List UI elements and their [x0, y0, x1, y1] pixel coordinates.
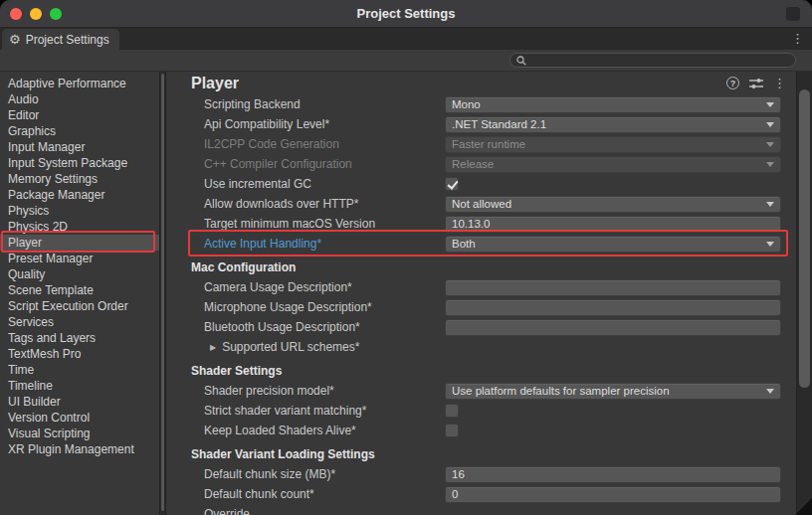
setting-row-il2cpp-code-generation: IL2CPP Code Generation Faster runtime [166, 134, 796, 154]
setting-label: Supported URL schemes* [222, 340, 463, 354]
scripting-backend-dropdown[interactable]: Mono [445, 96, 781, 113]
setting-label: Default chunk size (MB)* [204, 467, 445, 481]
setting-row-supported-url-schemes[interactable]: ▶ Supported URL schemes* [166, 337, 796, 357]
sidebar-scrollbar-thumb[interactable] [161, 74, 164, 511]
keep-loaded-shaders-alive-checkbox[interactable] [445, 424, 459, 437]
sidebar-item-package-manager[interactable]: Package Manager [0, 187, 159, 203]
active-input-handling-dropdown[interactable]: Both [445, 236, 781, 253]
setting-row-api-compatibility: Api Compatibility Level* .NET Standard 2… [166, 114, 796, 134]
sidebar-item-quality[interactable]: Quality [0, 266, 159, 282]
sidebar-item-editor[interactable]: Editor [0, 107, 159, 123]
sidebar-item-preset-manager[interactable]: Preset Manager [0, 251, 159, 266]
min-macos-version-field[interactable] [445, 216, 781, 233]
setting-label: Default chunk count* [204, 487, 445, 501]
setting-row-cpp-compiler-configuration: C++ Compiler Configuration Release [166, 154, 796, 174]
strict-shader-variant-matching-checkbox[interactable] [445, 404, 459, 418]
setting-label: Active Input Handling* [204, 237, 445, 251]
resize-grip[interactable] [795, 498, 812, 515]
close-window-button[interactable] [10, 8, 22, 20]
sidebar-item-input-system-package[interactable]: Input System Package [0, 155, 159, 171]
sidebar-item-physics[interactable]: Physics [0, 203, 159, 219]
setting-row-bluetooth-usage: Bluetooth Usage Description* [166, 317, 796, 337]
setting-row-keep-loaded-shaders-alive: Keep Loaded Shaders Alive* [166, 421, 796, 440]
setting-row-scripting-backend: Scripting Backend Mono [166, 94, 796, 114]
player-settings-panel: Player ? ⋮ Scripting Backend M [166, 72, 796, 515]
sidebar-item-visual-scripting[interactable]: Visual Scripting [0, 426, 159, 441]
sidebar-item-script-execution-order[interactable]: Script Execution Order [0, 298, 159, 314]
window-title: Project Settings [0, 6, 812, 21]
use-incremental-gc-checkbox[interactable] [445, 177, 459, 191]
sidebar-item-physics-2d[interactable]: Physics 2D [0, 219, 159, 235]
setting-label: Target minimum macOS Version [204, 217, 445, 231]
tabbar-menu-icon[interactable]: ⋮ [791, 32, 804, 45]
sidebar-item-graphics[interactable]: Graphics [0, 123, 159, 139]
allow-http-dropdown[interactable]: Not allowed [445, 196, 781, 213]
chevron-down-icon [766, 162, 774, 167]
panel-menu-icon[interactable]: ⋮ [773, 77, 786, 89]
sidebar-item-player[interactable]: Player [0, 235, 159, 251]
setting-row-default-chunk-count: Default chunk count* [166, 484, 796, 504]
section-header-mac-configuration: Mac Configuration [166, 258, 796, 277]
sidebar-item-tags-and-layers[interactable]: Tags and Layers [0, 330, 159, 346]
setting-label: Bluetooth Usage Description* [204, 320, 445, 334]
chevron-down-icon [766, 142, 774, 147]
sidebar-splitter[interactable] [159, 72, 166, 515]
settings-rows: Scripting Backend Mono Api Compatibility… [166, 94, 796, 515]
panel-header: Player ? ⋮ [166, 72, 796, 94]
setting-row-override: Override [166, 504, 796, 515]
setting-label: Override [204, 507, 445, 515]
default-chunk-count-field[interactable] [445, 486, 781, 503]
gear-icon: ⚙ [9, 33, 21, 46]
sidebar-item-memory-settings[interactable]: Memory Settings [0, 171, 159, 187]
setting-label: Use incremental GC [204, 177, 445, 191]
main-scrollbar-thumb[interactable] [799, 89, 810, 388]
setting-row-strict-shader-variant-matching: Strict shader variant matching* [166, 401, 796, 421]
search-box[interactable] [509, 53, 796, 68]
tab-label: Project Settings [26, 33, 109, 47]
preset-icon[interactable] [749, 78, 763, 89]
bluetooth-usage-field[interactable] [445, 319, 781, 336]
setting-label: Allow downloads over HTTP* [204, 197, 445, 211]
section-header-shader-variant-loading: Shader Variant Loading Settings [166, 445, 796, 464]
search-toolbar [0, 50, 812, 72]
il2cpp-code-generation-dropdown: Faster runtime [445, 136, 781, 153]
foldout-arrow-icon[interactable]: ▶ [210, 343, 216, 352]
api-compatibility-dropdown[interactable]: .NET Standard 2.1 [445, 116, 781, 133]
section-header-shader-settings: Shader Settings [166, 362, 796, 381]
sidebar-item-scene-template[interactable]: Scene Template [0, 282, 159, 298]
sidebar-item-textmesh-pro[interactable]: TextMesh Pro [0, 346, 159, 362]
search-input[interactable] [530, 55, 789, 67]
setting-label: Api Compatibility Level* [204, 117, 445, 131]
cpp-compiler-configuration-dropdown: Release [445, 156, 781, 173]
setting-label: Microphone Usage Description* [204, 300, 445, 314]
setting-row-default-chunk-size: Default chunk size (MB)* [166, 464, 796, 484]
titlebar: Project Settings [0, 0, 812, 28]
main-scrollbar[interactable] [796, 72, 812, 515]
traffic-lights [10, 8, 62, 20]
sidebar-item-adaptive-performance[interactable]: Adaptive Performance [0, 76, 159, 91]
sidebar-item-timeline[interactable]: Timeline [0, 378, 159, 394]
sidebar-item-services[interactable]: Services [0, 314, 159, 330]
setting-row-shader-precision-model: Shader precision model* Use platform def… [166, 381, 796, 401]
camera-usage-field[interactable] [445, 279, 781, 296]
tabbar: ⚙ Project Settings ⋮ [0, 28, 812, 50]
setting-label: Keep Loaded Shaders Alive* [204, 424, 445, 437]
sidebar-item-input-manager[interactable]: Input Manager [0, 139, 159, 155]
setting-label: Strict shader variant matching* [204, 404, 445, 418]
chevron-down-icon [766, 122, 774, 127]
settings-category-list: Adaptive Performance Audio Editor Graphi… [0, 72, 159, 515]
zoom-window-button[interactable] [50, 8, 62, 20]
sidebar-item-xr-plugin-management[interactable]: XR Plugin Management [0, 441, 159, 457]
sidebar-item-time[interactable]: Time [0, 362, 159, 378]
minimize-window-button[interactable] [30, 8, 42, 20]
shader-precision-model-dropdown[interactable]: Use platform defaults for sampler precis… [445, 383, 781, 400]
tab-project-settings[interactable]: ⚙ Project Settings [2, 29, 119, 50]
help-icon[interactable]: ? [726, 77, 739, 89]
microphone-usage-field[interactable] [445, 299, 781, 316]
sidebar-item-audio[interactable]: Audio [0, 91, 159, 107]
default-chunk-size-field[interactable] [445, 466, 781, 483]
chevron-down-icon [766, 102, 774, 107]
sidebar-item-version-control[interactable]: Version Control [0, 410, 159, 426]
project-settings-window: Project Settings ⚙ Project Settings ⋮ Ad… [0, 0, 812, 515]
sidebar-item-ui-builder[interactable]: UI Builder [0, 394, 159, 410]
